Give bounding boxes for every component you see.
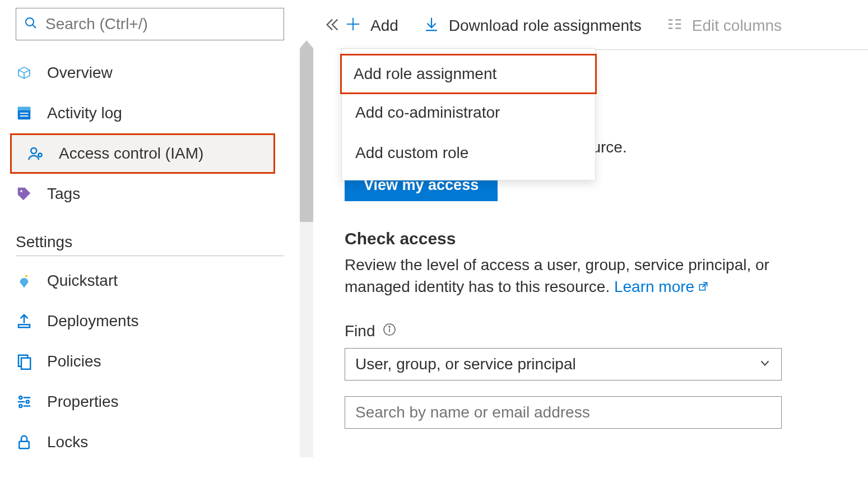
plus-icon	[345, 16, 361, 36]
main-panel: Add Download role assignments Edit colum…	[300, 0, 868, 501]
tag-icon	[16, 185, 33, 202]
cube-icon	[16, 64, 33, 81]
content: M View my level of access to this resour…	[345, 138, 868, 429]
edit-columns-button[interactable]: Edit columns	[666, 16, 782, 36]
menu-item-add-co-administrator[interactable]: Add co-administrator	[342, 92, 595, 133]
sidebar-item-properties[interactable]: Properties	[0, 382, 300, 422]
menu-item-label: Add custom role	[355, 144, 468, 162]
svg-point-15	[26, 401, 29, 403]
quickstart-icon	[16, 272, 33, 289]
divider	[16, 256, 284, 256]
svg-point-0	[26, 18, 34, 26]
svg-rect-12	[21, 358, 30, 369]
add-menu: Add role assignment Add co-administrator…	[341, 48, 596, 180]
properties-icon	[16, 393, 33, 410]
sidebar-item-label: Deployments	[47, 312, 138, 330]
sidebar-item-label: Locks	[47, 433, 88, 451]
sidebar-item-label: Quickstart	[47, 272, 118, 290]
svg-point-34	[389, 326, 390, 327]
svg-point-8	[20, 190, 22, 192]
sidebar-item-label: Properties	[47, 393, 119, 411]
columns-icon	[666, 16, 683, 36]
menu-item-add-custom-role[interactable]: Add custom role	[342, 133, 595, 173]
sidebar: Overview Activity log Access control (IA…	[0, 0, 300, 501]
check-access-heading: Check access	[345, 229, 868, 248]
lock-icon	[16, 434, 33, 451]
policies-icon	[16, 353, 33, 370]
toolbar-label: Add	[370, 17, 398, 35]
upload-icon	[16, 313, 33, 330]
sidebar-item-activity-log[interactable]: Activity log	[0, 93, 300, 133]
toolbar: Add Download role assignments Edit colum…	[345, 9, 868, 43]
chevron-down-icon	[759, 355, 771, 373]
svg-rect-10	[18, 324, 30, 327]
download-role-assignments-button[interactable]: Download role assignments	[423, 16, 642, 36]
menu-item-add-role-assignment[interactable]: Add role assignment	[340, 54, 597, 94]
toolbar-label: Download role assignments	[449, 17, 642, 35]
activity-log-icon	[16, 105, 33, 122]
search-icon	[24, 16, 38, 32]
sidebar-item-locks[interactable]: Locks	[0, 422, 300, 462]
download-icon	[423, 16, 440, 36]
external-link-icon	[698, 276, 709, 298]
find-type-dropdown[interactable]: User, group, or service principal	[345, 348, 782, 381]
sidebar-item-access-control[interactable]: Access control (IAM)	[10, 133, 275, 174]
sidebar-item-overview[interactable]: Overview	[0, 53, 300, 93]
menu-item-label: Add co-administrator	[355, 104, 500, 122]
learn-more-label: Learn more	[614, 278, 694, 295]
menu-item-label: Add role assignment	[354, 65, 496, 83]
search-box[interactable]	[16, 8, 284, 40]
svg-rect-19	[19, 442, 29, 449]
svg-point-7	[38, 153, 41, 156]
sidebar-item-label: Tags	[47, 185, 80, 203]
svg-point-13	[19, 396, 22, 399]
add-button[interactable]: Add	[345, 16, 398, 36]
svg-line-1	[33, 25, 36, 28]
sidebar-item-quickstart[interactable]: Quickstart	[0, 261, 300, 301]
sidebar-item-label: Policies	[47, 352, 101, 370]
search-input[interactable]	[44, 15, 276, 34]
sidebar-item-label: Access control (IAM)	[59, 145, 203, 163]
sidebar-item-label: Activity log	[47, 104, 122, 122]
svg-rect-3	[18, 107, 31, 110]
find-search-input[interactable]	[345, 396, 782, 429]
find-label: Find	[345, 322, 375, 340]
sidebar-item-tags[interactable]: Tags	[0, 174, 300, 214]
svg-point-6	[31, 148, 36, 154]
sidebar-item-deployments[interactable]: Deployments	[0, 301, 300, 341]
sidebar-section-settings: Settings	[16, 233, 284, 251]
sidebar-item-policies[interactable]: Policies	[0, 341, 300, 382]
svg-point-17	[19, 405, 22, 407]
check-access-description: Review the level of access a user, group…	[345, 254, 804, 298]
toolbar-label: Edit columns	[692, 17, 782, 35]
find-dropdown-value: User, group, or service principal	[355, 355, 576, 373]
learn-more-link[interactable]: Learn more	[614, 278, 709, 295]
info-icon[interactable]	[383, 322, 396, 340]
people-icon	[27, 145, 44, 162]
sidebar-item-label: Overview	[47, 64, 113, 82]
